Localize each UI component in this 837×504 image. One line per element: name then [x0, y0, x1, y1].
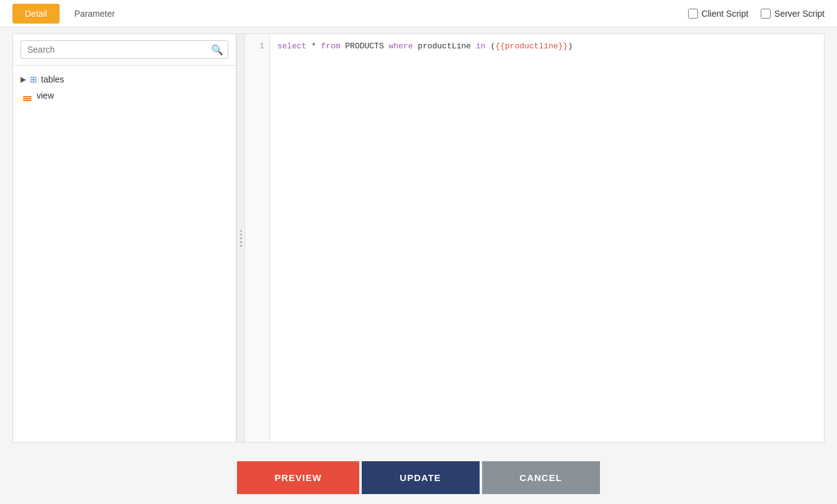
checkboxes-area: Client Script Server Script: [688, 9, 825, 19]
resize-dot-4: [240, 241, 242, 243]
top-bar: Detail Parameter Client Script Server Sc…: [0, 0, 837, 27]
preview-button[interactable]: PREVIEW: [237, 461, 359, 494]
search-icon: 🔍: [211, 45, 223, 55]
kw-table-name: PRODUCTS: [345, 42, 383, 51]
search-container: 🔍: [13, 34, 236, 66]
kw-where: where: [389, 42, 413, 51]
search-icon-btn[interactable]: 🔍: [211, 44, 223, 56]
kw-from: from: [321, 42, 340, 51]
sidebar: 🔍 ▶ ⊞ tables: [13, 34, 236, 442]
code-content[interactable]: select * from PRODUCTS where productLine…: [270, 34, 824, 442]
content-panel: 🔍 ▶ ⊞ tables: [12, 33, 825, 443]
server-script-checkbox[interactable]: [761, 9, 771, 19]
tree-area: ▶ ⊞ tables view: [13, 66, 236, 442]
kw-select: select: [277, 42, 307, 51]
resize-dot-3: [240, 237, 242, 239]
resize-dot-2: [240, 234, 242, 236]
line-numbers: 1: [245, 34, 270, 442]
tab-parameter[interactable]: Parameter: [62, 4, 127, 24]
action-buttons: PREVIEW UPDATE CANCEL: [0, 449, 837, 504]
line-number-1: 1: [245, 40, 269, 53]
tree-item-view[interactable]: view: [20, 87, 228, 104]
view-icon: [23, 89, 33, 101]
server-script-label: Server Script: [774, 9, 825, 19]
tree-label-tables: tables: [41, 74, 64, 84]
tree-item-tables[interactable]: ▶ ⊞ tables: [20, 72, 228, 87]
kw-in: in: [476, 42, 486, 51]
kw-template: {{productline}}: [495, 42, 568, 51]
server-script-checkbox-label[interactable]: Server Script: [761, 9, 825, 19]
tabs-area: Detail Parameter: [12, 4, 127, 24]
kw-star: *: [311, 42, 316, 51]
tree-arrow-tables: ▶: [20, 75, 26, 84]
table-icon: ⊞: [30, 74, 37, 84]
resize-dot-1: [240, 230, 242, 232]
code-editor[interactable]: 1 select * from PRODUCTS where productLi…: [245, 34, 824, 442]
client-script-checkbox[interactable]: [688, 9, 698, 19]
search-input[interactable]: [20, 40, 228, 59]
editor-area: 1 select * from PRODUCTS where productLi…: [245, 34, 824, 442]
update-button[interactable]: UPDATE: [362, 461, 480, 494]
client-script-label: Client Script: [702, 9, 748, 19]
resize-dot-5: [240, 245, 242, 247]
resize-dots: [240, 230, 242, 247]
kw-col-name: productLine: [418, 42, 471, 51]
client-script-checkbox-label[interactable]: Client Script: [688, 9, 748, 19]
resize-handle[interactable]: [236, 34, 245, 442]
tree-label-view: view: [37, 91, 54, 100]
cancel-button[interactable]: CANCEL: [482, 461, 600, 494]
main-container: Detail Parameter Client Script Server Sc…: [0, 0, 837, 504]
tab-detail[interactable]: Detail: [12, 4, 60, 24]
